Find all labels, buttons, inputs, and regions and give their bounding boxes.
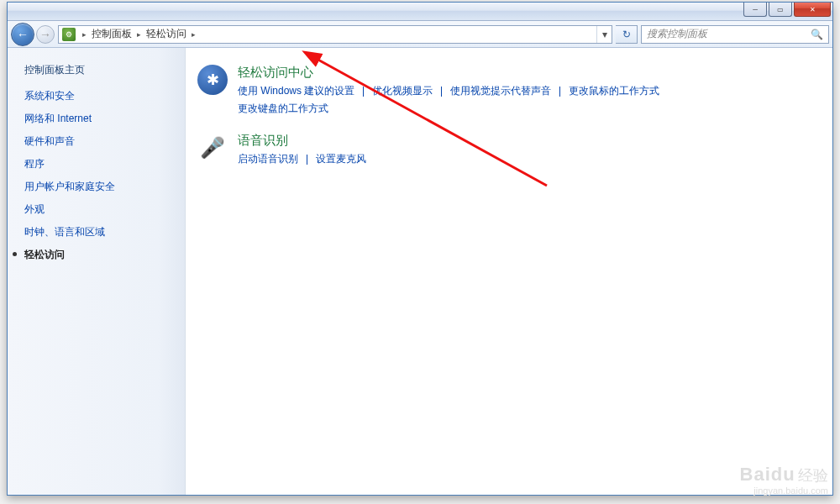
breadcrumb-control-panel[interactable]: 控制面板 bbox=[90, 27, 134, 41]
speech-recognition-heading[interactable]: 语音识别 bbox=[238, 133, 366, 149]
watermark-url: jingyan.baidu.com bbox=[740, 486, 828, 496]
main-panel: ✱ 轻松访问中心 使用 Windows 建议的设置 优化视频显示 使用视觉提示代… bbox=[186, 48, 832, 495]
watermark-brand-cn: 经验 bbox=[798, 467, 828, 484]
link-change-keyboard-works[interactable]: 更改键盘的工作方式 bbox=[238, 102, 328, 116]
link-start-speech-recognition[interactable]: 启动语音识别 bbox=[238, 152, 298, 166]
nav-buttons: ← → bbox=[11, 23, 55, 46]
ease-of-access-links: 使用 Windows 建议的设置 优化视频显示 使用视觉提示代替声音 更改鼠标的… bbox=[238, 84, 750, 116]
back-button[interactable]: ← bbox=[11, 23, 34, 46]
address-dropdown[interactable]: ▾ bbox=[596, 26, 612, 43]
search-input[interactable]: 搜索控制面板 🔍 bbox=[641, 25, 829, 44]
link-visual-alternatives-sound[interactable]: 使用视觉提示代替声音 bbox=[450, 84, 551, 98]
microphone-icon: 🎤 bbox=[197, 133, 228, 163]
breadcrumb-separator: ▸ bbox=[188, 30, 199, 39]
close-button[interactable]: ✕ bbox=[794, 3, 831, 17]
speech-recognition-links: 启动语音识别 设置麦克风 bbox=[238, 152, 366, 166]
search-icon[interactable]: 🔍 bbox=[811, 29, 823, 40]
watermark-brand: Baidu bbox=[740, 464, 795, 485]
category-ease-of-access-center: ✱ 轻松访问中心 使用 Windows 建议的设置 优化视频显示 使用视觉提示代… bbox=[197, 65, 816, 116]
link-change-mouse-works[interactable]: 更改鼠标的工作方式 bbox=[569, 84, 659, 98]
content-area: 控制面板主页 系统和安全 网络和 Internet 硬件和声音 程序 用户帐户和… bbox=[8, 48, 832, 495]
sidebar: 控制面板主页 系统和安全 网络和 Internet 硬件和声音 程序 用户帐户和… bbox=[8, 48, 186, 495]
breadcrumb-separator: ▸ bbox=[79, 30, 90, 39]
maximize-button[interactable]: ▭ bbox=[769, 3, 792, 17]
link-setup-microphone[interactable]: 设置麦克风 bbox=[316, 152, 366, 166]
refresh-button[interactable]: ↻ bbox=[616, 25, 638, 44]
address-bar[interactable]: ⚙ ▸ 控制面板 ▸ 轻松访问 ▸ ▾ bbox=[58, 25, 612, 44]
control-panel-icon: ⚙ bbox=[62, 28, 76, 41]
breadcrumb-separator: ▸ bbox=[134, 30, 144, 39]
sidebar-item-ease-of-access[interactable]: 轻松访问 bbox=[24, 248, 185, 262]
sidebar-item-network[interactable]: 网络和 Internet bbox=[24, 112, 185, 126]
sidebar-item-appearance[interactable]: 外观 bbox=[24, 202, 185, 217]
forward-button[interactable]: → bbox=[36, 25, 55, 44]
watermark: Baidu 经验 jingyan.baidu.com bbox=[740, 464, 828, 496]
sidebar-item-programs[interactable]: 程序 bbox=[24, 157, 185, 171]
search-placeholder: 搜索控制面板 bbox=[647, 27, 707, 41]
ease-of-access-icon: ✱ bbox=[197, 65, 228, 95]
toolbar: ← → ⚙ ▸ 控制面板 ▸ 轻松访问 ▸ ▾ ↻ 搜索控制面板 🔍 bbox=[8, 21, 832, 48]
sidebar-item-user-accounts[interactable]: 用户帐户和家庭安全 bbox=[24, 180, 185, 194]
link-windows-suggested-settings[interactable]: 使用 Windows 建议的设置 bbox=[238, 84, 354, 98]
control-panel-window: ─ ▭ ✕ ← → ⚙ ▸ 控制面板 ▸ 轻松访问 ▸ ▾ ↻ 搜索控制面板 🔍… bbox=[7, 2, 833, 496]
breadcrumb-ease-of-access[interactable]: 轻松访问 bbox=[144, 27, 188, 41]
category-speech-recognition: 🎤 语音识别 启动语音识别 设置麦克风 bbox=[197, 133, 816, 166]
ease-of-access-center-heading[interactable]: 轻松访问中心 bbox=[238, 65, 750, 81]
sidebar-item-clock-language[interactable]: 时钟、语言和区域 bbox=[24, 225, 185, 239]
sidebar-title[interactable]: 控制面板主页 bbox=[24, 63, 185, 77]
titlebar[interactable]: ─ ▭ ✕ bbox=[8, 3, 832, 21]
link-optimize-visual-display[interactable]: 优化视频显示 bbox=[372, 84, 433, 98]
sidebar-item-hardware-sound[interactable]: 硬件和声音 bbox=[24, 134, 185, 149]
sidebar-item-system-security[interactable]: 系统和安全 bbox=[24, 89, 185, 103]
minimize-button[interactable]: ─ bbox=[743, 3, 767, 17]
